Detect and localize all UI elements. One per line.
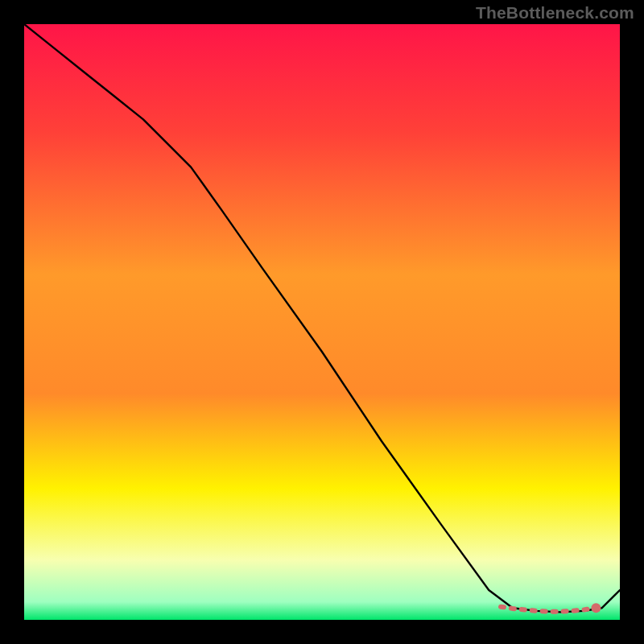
marker-point [591, 603, 601, 613]
watermark-text: TheBottleneck.com [476, 3, 634, 23]
chart-svg [24, 24, 620, 620]
gradient-background [24, 24, 620, 620]
chart-frame: TheBottleneck.com [0, 0, 644, 644]
